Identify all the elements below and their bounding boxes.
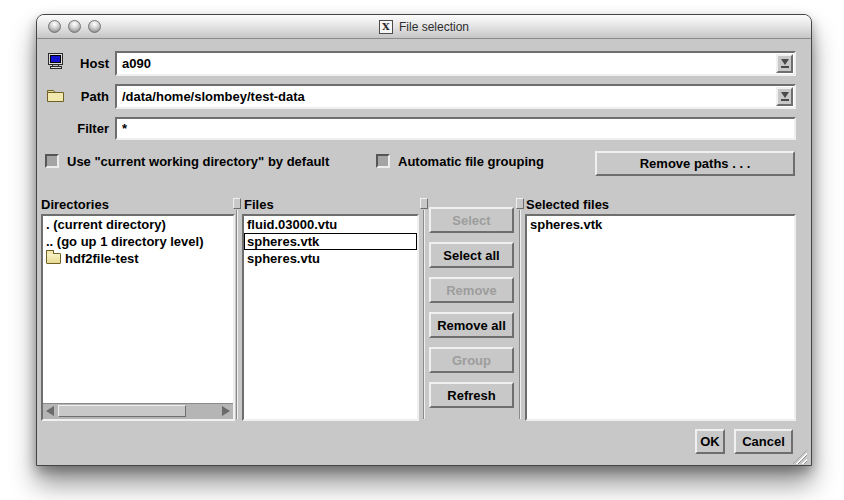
list-item-label: . (current directory) bbox=[46, 216, 166, 233]
window-title: File selection bbox=[399, 20, 469, 34]
path-field[interactable]: /data/home/slombey/test-data bbox=[115, 84, 796, 109]
list-item[interactable]: . (current directory) bbox=[43, 216, 233, 233]
minimize-button[interactable] bbox=[68, 20, 81, 33]
host-value: a090 bbox=[122, 56, 151, 71]
list-item-label: fluid.03000.vtu bbox=[247, 216, 337, 233]
remove-all-button[interactable]: Remove all bbox=[429, 312, 514, 338]
selected-files-panel-label: Selected files bbox=[526, 197, 609, 212]
desktop: X File selection Host a090 bbox=[0, 0, 844, 500]
list-item[interactable]: spheres.vtu bbox=[244, 250, 417, 267]
list-item[interactable]: hdf2file-test bbox=[43, 250, 233, 267]
list-item-label: .. (go up 1 directory level) bbox=[46, 233, 203, 250]
group-button[interactable]: Group bbox=[429, 347, 514, 373]
filter-field[interactable]: * bbox=[115, 117, 796, 140]
directories-items: . (current directory).. (go up 1 directo… bbox=[43, 216, 233, 267]
selected-files-list[interactable]: spheres.vtk bbox=[525, 214, 796, 421]
path-label: Path bbox=[61, 89, 109, 104]
list-item-label: spheres.vtk bbox=[530, 216, 602, 233]
close-button[interactable] bbox=[48, 20, 61, 33]
refresh-button[interactable]: Refresh bbox=[429, 382, 514, 408]
remove-button[interactable]: Remove bbox=[429, 277, 514, 303]
auto-grouping-label: Automatic file grouping bbox=[398, 154, 544, 169]
files-list[interactable]: fluid.03000.vtuspheres.vtkspheres.vtu bbox=[242, 214, 419, 421]
files-items: fluid.03000.vtuspheres.vtkspheres.vtu bbox=[244, 216, 417, 267]
list-item-label: spheres.vtk bbox=[247, 233, 319, 250]
use-cwd-label: Use "current working directory" by defau… bbox=[67, 154, 329, 169]
host-dropdown-icon[interactable] bbox=[776, 54, 793, 73]
filter-value: * bbox=[122, 121, 127, 136]
path-dropdown-icon[interactable] bbox=[776, 87, 793, 106]
zoom-button[interactable] bbox=[88, 20, 101, 33]
titlebar[interactable]: X File selection bbox=[37, 15, 811, 39]
splitter-files-buttons[interactable] bbox=[420, 198, 428, 419]
files-panel-label: Files bbox=[244, 197, 274, 212]
path-value: /data/home/slombey/test-data bbox=[122, 89, 305, 104]
use-cwd-checkbox[interactable] bbox=[45, 154, 59, 168]
list-item-label: spheres.vtu bbox=[247, 250, 320, 267]
folder-icon bbox=[46, 253, 61, 264]
remove-paths-button[interactable]: Remove paths . . . bbox=[595, 151, 795, 176]
splitter-grip[interactable] bbox=[420, 198, 428, 209]
filter-label: Filter bbox=[61, 121, 109, 136]
scroll-right-icon[interactable] bbox=[222, 406, 230, 416]
scrollbar-thumb[interactable] bbox=[58, 405, 186, 417]
select-button[interactable]: Select bbox=[429, 207, 514, 233]
scroll-left-icon[interactable] bbox=[46, 406, 54, 416]
resize-grip[interactable] bbox=[793, 450, 807, 464]
window-title-group: X File selection bbox=[379, 20, 469, 34]
auto-grouping-checkbox[interactable] bbox=[376, 154, 390, 168]
list-item[interactable]: spheres.vtk bbox=[527, 216, 794, 233]
selected-files-items: spheres.vtk bbox=[527, 216, 794, 233]
splitter-grip[interactable] bbox=[233, 198, 241, 209]
directories-panel-label: Directories bbox=[41, 197, 109, 212]
host-label: Host bbox=[61, 56, 109, 71]
splitter-directories-files[interactable] bbox=[233, 198, 241, 419]
splitter-buttons-selected[interactable] bbox=[516, 198, 524, 419]
list-item[interactable]: spheres.vtk bbox=[244, 233, 417, 250]
x11-app-icon: X bbox=[379, 20, 393, 34]
cancel-button[interactable]: Cancel bbox=[734, 429, 793, 454]
directories-list[interactable]: . (current directory).. (go up 1 directo… bbox=[41, 214, 235, 421]
list-item-label: hdf2file-test bbox=[65, 250, 139, 267]
list-item[interactable]: .. (go up 1 directory level) bbox=[43, 233, 233, 250]
file-selection-dialog: X File selection Host a090 bbox=[36, 14, 812, 466]
ok-button[interactable]: OK bbox=[695, 429, 725, 454]
window-controls bbox=[48, 20, 101, 33]
select-all-button[interactable]: Select all bbox=[429, 242, 514, 268]
list-item[interactable]: fluid.03000.vtu bbox=[244, 216, 417, 233]
host-field[interactable]: a090 bbox=[115, 51, 796, 76]
directories-hscrollbar[interactable] bbox=[43, 403, 233, 419]
splitter-grip[interactable] bbox=[516, 198, 524, 209]
